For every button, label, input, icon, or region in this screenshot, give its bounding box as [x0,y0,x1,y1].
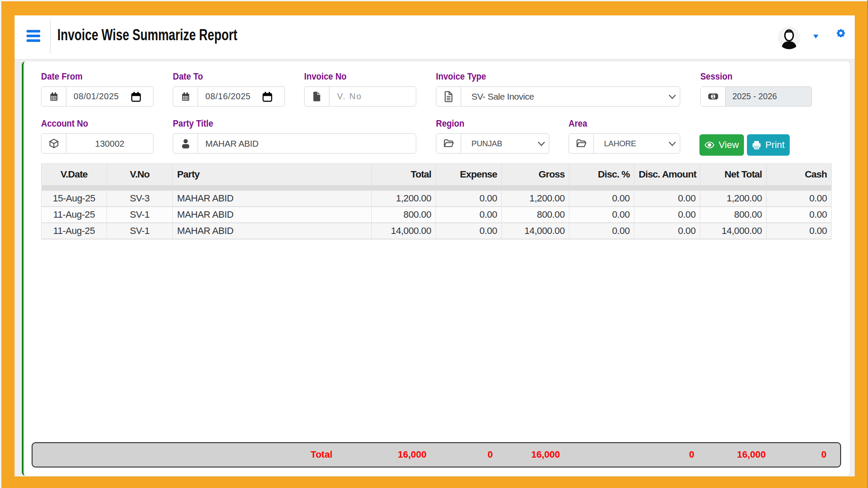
svg-text:1: 1 [711,94,714,99]
